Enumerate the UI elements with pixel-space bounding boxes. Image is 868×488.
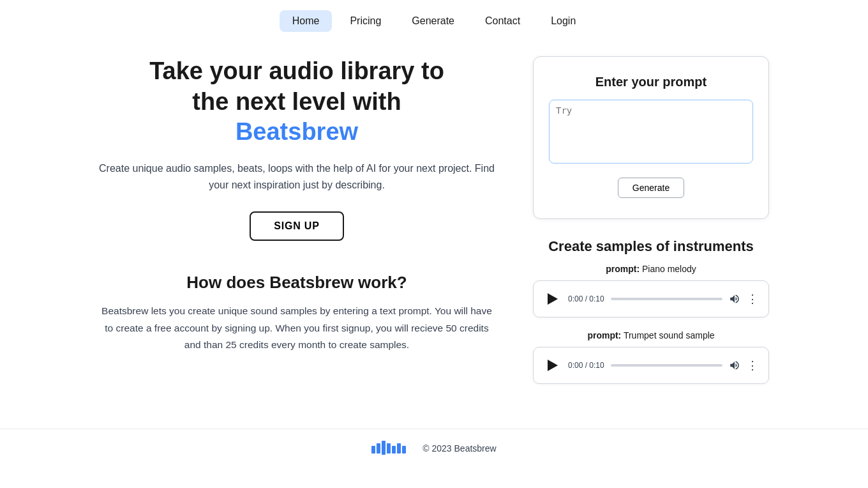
samples-section: Create samples of instruments prompt: Pi… (533, 238, 769, 397)
prompt-card-title: Enter your prompt (549, 75, 753, 89)
nav-contact[interactable]: Contact (472, 10, 533, 32)
time-label-1: 0:00 / 0:10 (568, 294, 604, 303)
how-description: Beatsbrew lets you create unique sound s… (99, 303, 495, 353)
hero-title: Take your audio library to the next leve… (99, 56, 495, 148)
svg-rect-4 (392, 446, 396, 454)
svg-rect-1 (377, 443, 380, 454)
play-button-1[interactable] (544, 290, 562, 308)
prompt-textarea[interactable] (549, 100, 753, 164)
progress-bar-1[interactable] (611, 298, 722, 300)
svg-rect-5 (397, 443, 401, 454)
svg-rect-3 (387, 443, 391, 454)
main-content: Take your audio library to the next leve… (0, 37, 868, 422)
time-label-2: 0:00 / 0:10 (568, 361, 604, 370)
sample-2-prompt-label: prompt: Trumpet sound sample (533, 330, 769, 340)
nav-pricing[interactable]: Pricing (337, 10, 394, 32)
volume-icon-1[interactable] (729, 293, 740, 305)
svg-rect-0 (371, 446, 375, 454)
signup-button[interactable]: SIGN UP (250, 211, 343, 241)
hero-description: Create unique audio samples, beats, loop… (99, 160, 495, 194)
audio-player-1: 0:00 / 0:10 ⋮ (533, 280, 769, 317)
footer: © 2023 Beatsbrew (0, 429, 868, 468)
how-title: How does Beatsbrew work? (99, 273, 495, 293)
samples-title: Create samples of instruments (533, 238, 769, 255)
generate-button[interactable]: Generate (618, 178, 684, 198)
main-nav: Home Pricing Generate Contact Login (0, 0, 868, 37)
hero-brand: Beatsbrew (236, 118, 358, 145)
svg-rect-2 (382, 441, 385, 455)
more-options-icon-1[interactable]: ⋮ (747, 293, 758, 305)
play-icon-1 (548, 293, 558, 305)
footer-copyright: © 2023 Beatsbrew (423, 443, 496, 454)
more-options-icon-2[interactable]: ⋮ (747, 360, 758, 371)
nav-home[interactable]: Home (280, 10, 333, 32)
footer-logo (371, 439, 410, 457)
play-button-2[interactable] (544, 356, 562, 374)
right-column: Enter your prompt Generate Create sample… (533, 56, 769, 397)
nav-generate[interactable]: Generate (399, 10, 467, 32)
play-icon-2 (548, 360, 558, 371)
volume-icon-2[interactable] (729, 360, 740, 371)
svg-rect-6 (402, 446, 406, 454)
progress-bar-2[interactable] (611, 364, 722, 367)
audio-player-2: 0:00 / 0:10 ⋮ (533, 347, 769, 384)
sample-1-prompt-label: prompt: Piano melody (533, 264, 769, 274)
nav-login[interactable]: Login (538, 10, 588, 32)
sample-2-prompt-value: Trumpet sound sample (624, 330, 715, 340)
sample-1-prompt-value: Piano melody (642, 264, 696, 274)
prompt-card: Enter your prompt Generate (533, 56, 769, 219)
left-column: Take your audio library to the next leve… (99, 56, 495, 397)
logo-icon (371, 439, 410, 457)
how-section: How does Beatsbrew work? Beatsbrew lets … (99, 273, 495, 353)
